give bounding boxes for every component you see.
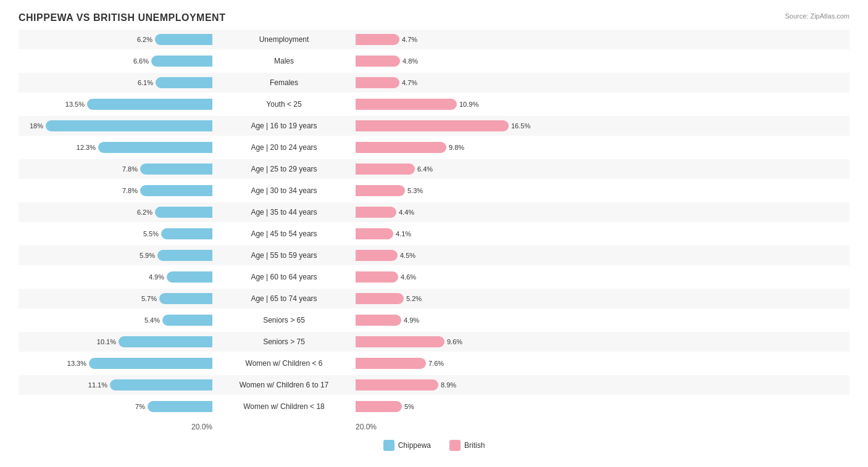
right-side: 6.4% (352, 163, 549, 175)
left-bar (140, 163, 212, 175)
right-bar (356, 271, 398, 283)
right-side: 5.2% (352, 293, 549, 304)
chart-row: 6.6%Males4.8% (19, 51, 849, 71)
left-bar (167, 271, 212, 283)
right-side: 4.6% (352, 271, 549, 283)
legend-british-label: British (464, 441, 485, 450)
chart-row: 5.4%Seniors > 654.9% (19, 310, 849, 330)
right-side: 5.3% (352, 185, 549, 196)
right-bar (356, 185, 405, 196)
left-value: 6.6% (133, 57, 149, 65)
right-value: 4.5% (400, 252, 415, 259)
row-label: Males (216, 57, 352, 65)
left-side: 18% (19, 120, 216, 131)
right-value: 10.9% (459, 101, 478, 108)
chart-row: 12.3%Age | 20 to 24 years9.8% (19, 138, 849, 157)
left-side: 7% (19, 401, 216, 412)
right-side: 4.4% (352, 207, 549, 218)
left-side: 6.2% (19, 207, 216, 218)
left-side: 5.9% (19, 250, 216, 261)
chart-row: 6.2%Unemployment4.7% (19, 30, 849, 49)
chart-row: 5.9%Age | 55 to 59 years4.5% (19, 246, 849, 265)
row-label: Age | 20 to 24 years (216, 143, 352, 152)
right-value: 4.8% (403, 57, 418, 65)
row-label: Youth < 25 (216, 100, 352, 109)
right-bar (356, 379, 438, 391)
right-bar (356, 77, 399, 88)
left-value: 18% (30, 122, 43, 130)
right-bar (356, 401, 402, 412)
left-bar (87, 99, 212, 110)
chart-row: 6.2%Age | 35 to 44 years4.4% (19, 202, 849, 222)
left-value: 7.8% (122, 165, 138, 173)
left-bar (89, 358, 212, 369)
left-side: 7.8% (19, 163, 216, 175)
left-side: 13.5% (19, 99, 216, 110)
left-value: 5.7% (141, 295, 157, 302)
axis-right: 20.0% (352, 423, 549, 431)
row-label: Age | 16 to 19 years (216, 122, 352, 130)
chart-area: 6.2%Unemployment4.7%6.6%Males4.8%6.1%Fem… (19, 30, 849, 416)
chart-row: 13.3%Women w/ Children < 67.6% (19, 353, 849, 373)
right-bar (356, 34, 399, 45)
left-side: 5.5% (19, 228, 216, 239)
row-label: Age | 30 to 34 years (216, 186, 352, 195)
chart-row: 4.9%Age | 60 to 64 years4.6% (19, 267, 849, 287)
left-value: 13.3% (67, 360, 86, 367)
left-value: 6.2% (137, 36, 152, 43)
right-side: 4.1% (352, 228, 549, 239)
right-value: 9.8% (449, 144, 464, 151)
left-value: 7.8% (122, 187, 138, 194)
right-side: 8.9% (352, 379, 549, 391)
left-value: 5.9% (140, 252, 155, 259)
row-label: Age | 55 to 59 years (216, 251, 352, 260)
left-side: 12.3% (19, 142, 216, 153)
right-bar (356, 120, 509, 131)
left-bar (162, 315, 212, 326)
legend-chippewa: Chippewa (383, 440, 431, 451)
right-side: 5% (352, 401, 549, 412)
right-side: 9.6% (352, 336, 549, 347)
right-value: 6.4% (417, 165, 433, 173)
left-side: 5.7% (19, 293, 216, 304)
chart-container: CHIPPEWA VS BRITISH UNEMPLOYMENT Source:… (0, 0, 868, 467)
right-side: 4.7% (352, 34, 549, 45)
left-side: 13.3% (19, 358, 216, 369)
row-label: Females (216, 78, 352, 87)
left-side: 7.8% (19, 185, 216, 196)
chart-row: 5.5%Age | 45 to 54 years4.1% (19, 224, 849, 244)
left-value: 11.1% (88, 381, 107, 389)
row-label: Women w/ Children 6 to 17 (216, 381, 352, 389)
right-value: 4.7% (402, 79, 417, 86)
row-label: Age | 35 to 44 years (216, 208, 352, 217)
chart-row: 11.1%Women w/ Children 6 to 178.9% (19, 375, 849, 395)
axis-row: 20.0% 20.0% (19, 423, 849, 431)
right-bar (356, 207, 396, 218)
right-value: 4.6% (401, 273, 416, 281)
row-label: Age | 25 to 29 years (216, 165, 352, 173)
left-bar (155, 34, 212, 45)
left-value: 5.4% (144, 316, 160, 324)
right-value: 5.2% (406, 295, 422, 302)
row-label: Age | 60 to 64 years (216, 273, 352, 281)
right-side: 16.5% (352, 120, 549, 131)
right-side: 4.7% (352, 77, 549, 88)
right-value: 8.9% (441, 381, 456, 389)
right-bar (356, 56, 400, 67)
row-label: Women w/ Children < 6 (216, 359, 352, 368)
right-side: 7.6% (352, 358, 549, 369)
right-bar (356, 99, 457, 110)
left-value: 6.1% (138, 79, 153, 86)
left-bar (157, 250, 212, 261)
legend: Chippewa British (19, 440, 849, 451)
legend-british-color (449, 440, 461, 451)
chart-row: 13.5%Youth < 2510.9% (19, 94, 849, 114)
row-label: Seniors > 65 (216, 316, 352, 324)
right-side: 4.5% (352, 250, 549, 261)
left-bar (156, 77, 212, 88)
legend-british: British (449, 440, 485, 451)
right-value: 4.1% (396, 230, 411, 238)
chart-row: 18%Age | 16 to 19 years16.5% (19, 116, 849, 136)
source-text: Source: ZipAtlas.com (785, 12, 849, 20)
chart-row: 7%Women w/ Children < 185% (19, 397, 849, 416)
